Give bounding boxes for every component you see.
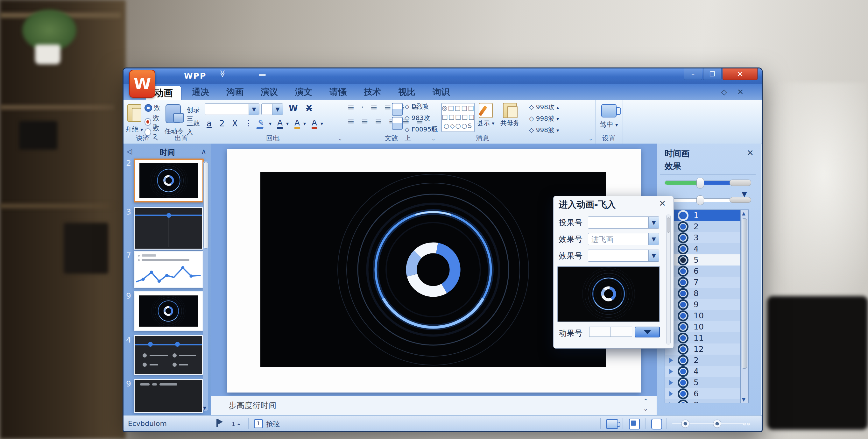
scroll-down-icon[interactable]: ⌄ — [643, 405, 648, 412]
animation-item-4[interactable]: 4 — [665, 366, 748, 377]
chevron-down-icon[interactable]: ▾ — [286, 121, 289, 127]
duration-field-a[interactable] — [589, 326, 611, 337]
tab-item[interactable]: 通决 — [189, 84, 212, 100]
bullet-option-2[interactable]: ◇ 983攻 — [405, 114, 430, 122]
flag-icon[interactable] — [216, 419, 218, 427]
expand-triangle-icon[interactable] — [670, 402, 673, 404]
slide-thumbnail-2[interactable] — [134, 159, 204, 202]
animation-item-2[interactable]: 2 — [665, 355, 748, 366]
chevron-down-icon[interactable]: ▾ — [269, 121, 272, 127]
bold-button[interactable]: a — [207, 119, 212, 128]
animation-item-9[interactable]: 9 — [665, 299, 748, 310]
preview-option-1[interactable]: 敓 — [145, 103, 160, 112]
dialog-combo-2[interactable]: 进飞画▼ — [588, 233, 659, 245]
group-expand-icon[interactable]: ⌄ — [338, 136, 342, 142]
animation-item-1[interactable]: 1 — [665, 210, 748, 221]
strike-button[interactable]: X — [232, 119, 238, 128]
zoom-knob[interactable] — [681, 419, 689, 428]
expand-triangle-icon[interactable] — [670, 391, 673, 396]
animation-item-7[interactable]: 7 — [665, 277, 748, 288]
fill-color-button[interactable]: A — [277, 118, 283, 129]
show-button[interactable]: 县示 ▾ — [477, 103, 495, 127]
animation-item-3[interactable]: 3 — [665, 232, 748, 243]
close-button[interactable]: ✕ — [722, 68, 757, 80]
dialog-close-icon[interactable]: ✕ — [659, 199, 666, 208]
highlight-color-button[interactable]: A — [294, 118, 300, 129]
tab-item[interactable]: 沟画 — [223, 84, 247, 100]
animation-item-11[interactable]: 11 — [665, 332, 748, 344]
chevron-down-icon[interactable]: ▾ — [303, 121, 306, 127]
dialog-combo-3[interactable]: ▼ — [588, 250, 659, 262]
animation-item-4[interactable]: 4 — [665, 243, 748, 254]
chevron-down-icon[interactable]: ▼ — [648, 217, 659, 228]
pen-color-button[interactable]: ✎ — [256, 118, 265, 129]
chevron-down-icon[interactable]: ▾ — [431, 126, 434, 132]
scrollbar-thumb[interactable] — [742, 218, 747, 369]
animation-item-6[interactable]: 6 — [665, 388, 748, 399]
maximize-button[interactable]: ❐ — [703, 68, 721, 80]
grid-view-icon[interactable] — [651, 419, 662, 430]
font-name-select[interactable]: ▼ — [205, 103, 259, 115]
scrollbar-thumb[interactable] — [667, 217, 670, 233]
slide-thumbnail-4[interactable] — [134, 335, 203, 375]
list-scrollbar[interactable]: ▲ ▼ — [740, 210, 748, 403]
shape-gallery[interactable]: ◎□□□□ □□□□□ ○◇○○S — [441, 103, 475, 132]
expand-triangle-icon[interactable] — [670, 369, 673, 374]
panel-down-icon[interactable]: ▾ — [203, 404, 206, 412]
center-button[interactable]: 笃中 ▾ — [595, 120, 623, 129]
animation-item-6[interactable]: 6 — [665, 265, 748, 277]
chevron-down-icon[interactable]: ▼ — [648, 233, 659, 245]
font-size-select[interactable]: ▼ — [261, 103, 283, 115]
panel-up-icon[interactable]: ∧ — [201, 147, 206, 155]
chevron-down-icon[interactable]: ▼ — [272, 104, 283, 115]
slide-thumbnail-9[interactable] — [134, 291, 203, 331]
chevron-down-icon[interactable]: ▼ — [648, 250, 659, 261]
scroll-up-icon[interactable]: ⌃ — [643, 398, 648, 404]
text-box-icon-2[interactable] — [392, 117, 403, 130]
slide-thumbnail-7[interactable] — [134, 251, 203, 288]
text-box-icon[interactable] — [392, 103, 403, 116]
chevron-double-down-icon[interactable]: ≫ — [219, 70, 227, 77]
slide-thumbnail-3[interactable] — [134, 207, 203, 250]
duration-dropdown-button[interactable] — [635, 326, 660, 338]
slider-end-cap[interactable] — [730, 180, 751, 186]
bullet-option-1[interactable]: ◇ D烈攻 — [405, 102, 429, 111]
shapes-icon[interactable] — [165, 104, 181, 123]
expand-triangle-icon[interactable] — [670, 380, 673, 385]
clear-format-button[interactable]: X — [306, 103, 312, 113]
monitor-icon[interactable] — [601, 104, 617, 118]
tab-item[interactable]: 技术 — [361, 84, 384, 100]
scroll-down-icon[interactable]: ▼ — [742, 397, 745, 402]
animation-item-10[interactable]: 10 — [665, 321, 748, 332]
quick-access-icon[interactable] — [259, 74, 266, 76]
paste-label[interactable]: 拜绝 ▾ — [125, 125, 144, 134]
duration-field-b[interactable] — [611, 326, 632, 337]
play-view-icon[interactable] — [606, 419, 618, 429]
zoom-slider[interactable]: «» — [672, 423, 743, 424]
animation-item-10[interactable]: 10 — [665, 310, 748, 321]
paste-icon[interactable] — [127, 104, 141, 122]
dialog-titlebar[interactable]: 进入动画-飞入 ✕ — [554, 196, 674, 211]
subscript-button[interactable]: 2 — [219, 119, 225, 128]
zoom-knob-2[interactable] — [713, 419, 721, 428]
more-dots-icon[interactable]: ⋮ — [245, 119, 252, 128]
animation-item-8[interactable]: 8 — [665, 399, 748, 403]
grow-font-button[interactable]: W — [289, 103, 298, 113]
dialog-combo-1[interactable]: ▼ — [588, 217, 659, 228]
normal-view-icon[interactable] — [629, 419, 640, 430]
chevron-down-icon[interactable]: ▾ — [320, 121, 323, 127]
group-expand-icon[interactable]: ⌄ — [431, 136, 435, 142]
tab-item[interactable]: 询识 — [429, 84, 453, 100]
timing-option-3[interactable]: ◇ 998波 ▾ — [529, 126, 559, 134]
timing-option-1[interactable]: ◇ 998攻 ▴ — [529, 103, 559, 112]
animation-item-5[interactable]: 5 — [665, 377, 748, 388]
scrollbar-thumb[interactable] — [204, 162, 209, 249]
dialog-scrollbar[interactable] — [666, 215, 671, 344]
font-color-button[interactable]: A — [312, 118, 317, 129]
group-expand-icon[interactable]: ⌄ — [155, 136, 159, 142]
expand-triangle-icon[interactable] — [670, 358, 673, 363]
slide-number-icon[interactable]: 1 — [254, 419, 263, 428]
tab-item[interactable]: 演议 — [257, 84, 281, 100]
tab-item[interactable]: 请慅 — [326, 84, 350, 100]
chevron-down-icon[interactable]: ▼ — [249, 104, 259, 115]
